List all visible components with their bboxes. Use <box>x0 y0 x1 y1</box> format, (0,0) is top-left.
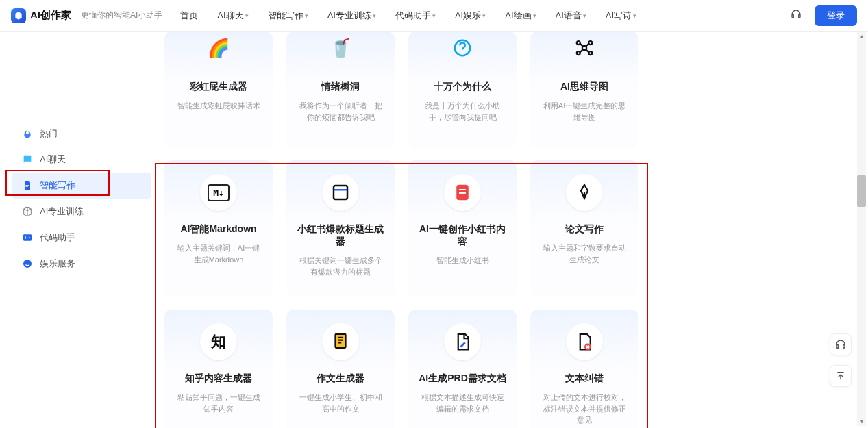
card-row-1: M↓AI智能Markdown输入主题关键词，AI一键生成Markdown小红书爆… <box>164 160 854 297</box>
flame-icon <box>22 128 33 139</box>
window-icon <box>322 174 359 211</box>
svg-rect-10 <box>459 189 466 190</box>
card-desc: 我是十万个为什么小助手，尽管向我提问吧 <box>418 100 507 123</box>
sidebar-item-label: 代码助手 <box>40 231 75 244</box>
chat-icon <box>22 154 33 165</box>
code-icon <box>22 232 33 243</box>
card-2-1[interactable]: 作文生成器一键生成小学生、初中和高中的作文 <box>286 310 395 428</box>
card-title: 彩虹屁生成器 <box>174 81 263 93</box>
md-icon: M↓ <box>200 174 237 211</box>
card-title: AI一键创作小红书内容 <box>418 223 507 248</box>
svg-rect-12 <box>336 334 346 348</box>
top-right: 登录 <box>790 5 857 26</box>
svg-point-4 <box>577 51 580 55</box>
nav-item-3[interactable]: AI专业训练▾ <box>327 10 376 22</box>
nav-item-1[interactable]: AI聊天▾ <box>217 10 248 22</box>
logo[interactable]: AI创作家 <box>11 8 71 23</box>
sidebar-item-label: AI专业训练 <box>40 205 84 218</box>
scrollbar-track[interactable] <box>857 32 866 426</box>
card-desc: 输入主题关键词，AI一键生成Markdown <box>174 242 263 265</box>
card-0-0[interactable]: 🌈彩虹屁生成器智能生成彩虹屁吹捧话术 <box>164 32 273 148</box>
login-button[interactable]: 登录 <box>815 5 857 26</box>
chevron-down-icon: ▾ <box>373 12 376 19</box>
chevron-down-icon: ▾ <box>432 12 436 19</box>
card-title: AI智能Markdown <box>174 223 263 236</box>
card-desc: 对上传的文本进行校对，标注错误文本并提供修正意见 <box>540 392 629 426</box>
sidebar-item-label: AI聊天 <box>40 153 66 166</box>
float-actions <box>830 333 852 387</box>
float-top-button[interactable] <box>830 365 852 387</box>
svg-point-1 <box>23 260 32 268</box>
chevron-down-icon: ▾ <box>533 12 536 19</box>
doc-icon <box>22 180 33 191</box>
rainbow-icon: 🌈 <box>202 32 235 64</box>
card-2-2[interactable]: AI生成PRD需求文档根据文本描述生成可快速编辑的需求文档 <box>408 310 517 428</box>
essay-icon <box>322 323 359 360</box>
card-desc: 利用AI一键生成完整的思维导图 <box>540 100 629 123</box>
zhi-icon: 知 <box>200 323 237 360</box>
card-1-2[interactable]: AI一键创作小红书内容智能生成小红书 <box>408 160 517 297</box>
card-row-2: 知知乎内容生成器粘贴知乎问题，一键生成知乎内容作文生成器一键生成小学生、初中和高… <box>164 310 854 428</box>
svg-point-5 <box>588 41 592 45</box>
nav-item-4[interactable]: 代码助手▾ <box>395 10 436 22</box>
card-0-1[interactable]: 🥤情绪树洞我将作为一个倾听者，把你的烦恼都告诉我吧 <box>286 32 395 148</box>
nav-item-8[interactable]: AI写诗▾ <box>606 10 636 22</box>
card-row-0: 🌈彩虹屁生成器智能生成彩虹屁吹捧话术🥤情绪树洞我将作为一个倾听者，把你的烦恼都告… <box>164 32 854 148</box>
nav-item-2[interactable]: 智能写作▾ <box>268 10 308 22</box>
nav-item-7[interactable]: AI语音▾ <box>556 10 586 22</box>
note-icon <box>444 174 481 211</box>
scrollbar-down-arrow[interactable]: ▾ <box>857 417 866 426</box>
card-desc: 智能生成彩虹屁吹捧话术 <box>174 100 263 112</box>
logo-icon <box>11 8 26 23</box>
nav-item-5[interactable]: AI娱乐▾ <box>455 10 486 22</box>
question-icon <box>446 32 479 64</box>
chevron-down-icon: ▾ <box>305 12 308 19</box>
card-desc: 根据文本描述生成可快速编辑的需求文档 <box>418 392 507 414</box>
card-title: 情绪树洞 <box>296 81 385 93</box>
scrollbar-thumb[interactable] <box>857 175 866 207</box>
card-title: 文本纠错 <box>540 373 629 385</box>
sidebar-item-2[interactable]: 智能写作 <box>12 173 151 199</box>
float-support-button[interactable] <box>830 333 852 355</box>
card-desc: 粘贴知乎问题，一键生成知乎内容 <box>174 392 263 414</box>
cup-icon: 🥤 <box>324 32 357 64</box>
support-icon[interactable] <box>790 8 802 23</box>
card-title: 作文生成器 <box>296 373 385 385</box>
scrollbar-up-arrow[interactable]: ▴ <box>857 32 866 40</box>
svg-rect-11 <box>459 192 466 194</box>
smile-icon <box>22 258 33 269</box>
card-2-3[interactable]: 文本纠错对上传的文本进行校对，标注错误文本并提供修正意见 <box>530 310 638 428</box>
sidebar-item-3[interactable]: AI专业训练 <box>12 199 151 225</box>
sidebar-item-1[interactable]: AI聊天 <box>12 147 151 173</box>
card-title: 知乎内容生成器 <box>174 373 263 385</box>
pen-icon <box>566 174 603 211</box>
card-2-0[interactable]: 知知乎内容生成器粘贴知乎问题，一键生成知乎内容 <box>164 310 273 428</box>
card-desc: 一键生成小学生、初中和高中的作文 <box>296 392 385 414</box>
card-desc: 输入主题和字数要求自动生成论文 <box>540 242 629 265</box>
prd-icon <box>444 323 481 360</box>
sidebar-item-4[interactable]: 代码助手 <box>12 225 151 251</box>
card-desc: 根据关键词一键生成多个有爆款潜力的标题 <box>296 255 385 277</box>
mind-icon <box>568 32 601 64</box>
card-title: 十万个为什么 <box>418 81 507 93</box>
card-0-3[interactable]: AI思维导图利用AI一键生成完整的思维导图 <box>530 32 638 148</box>
tagline: 更懂你的智能AI小助手 <box>81 10 162 21</box>
svg-point-3 <box>577 41 580 45</box>
svg-point-6 <box>588 51 592 55</box>
nav-item-6[interactable]: AI绘画▾ <box>505 10 536 22</box>
svg-point-7 <box>582 46 586 50</box>
card-1-3[interactable]: 论文写作输入主题和字数要求自动生成论文 <box>530 160 638 297</box>
main: 热门AI聊天智能写作AI专业训练代码助手娱乐服务 🌈彩虹屁生成器智能生成彩虹屁吹… <box>0 32 868 428</box>
sidebar-item-5[interactable]: 娱乐服务 <box>12 251 151 277</box>
correct-icon <box>566 323 603 360</box>
card-1-1[interactable]: 小红书爆款标题生成器根据关键词一键生成多个有爆款潜力的标题 <box>286 160 395 297</box>
sidebar-item-0[interactable]: 热门 <box>12 121 151 147</box>
card-1-0[interactable]: M↓AI智能Markdown输入主题关键词，AI一键生成Markdown <box>164 160 273 297</box>
content: 🌈彩虹屁生成器智能生成彩虹屁吹捧话术🥤情绪树洞我将作为一个倾听者，把你的烦恼都告… <box>151 32 868 428</box>
sidebar-item-label: 智能写作 <box>40 179 75 192</box>
card-0-2[interactable]: 十万个为什么我是十万个为什么小助手，尽管向我提问吧 <box>408 32 517 148</box>
nav-item-0[interactable]: 首页 <box>180 10 198 22</box>
top-bar: AI创作家 更懂你的智能AI小助手 首页AI聊天▾智能写作▾AI专业训练▾代码助… <box>0 0 868 32</box>
card-desc: 我将作为一个倾听者，把你的烦恼都告诉我吧 <box>296 100 385 123</box>
sidebar-list: 热门AI聊天智能写作AI专业训练代码助手娱乐服务 <box>12 121 151 277</box>
